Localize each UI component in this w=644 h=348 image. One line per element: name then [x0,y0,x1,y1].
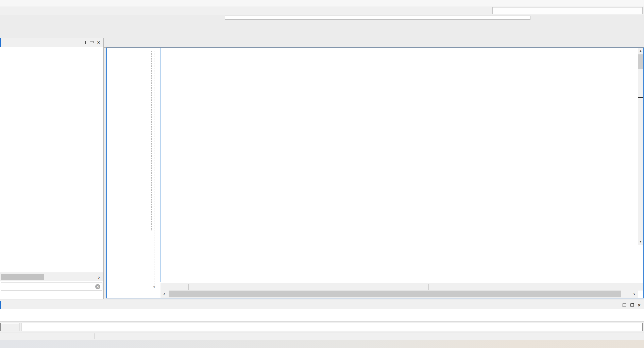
windows-taskbar [0,340,644,348]
divider [438,284,438,290]
navigation-band[interactable] [0,20,644,27]
output-window: × [0,300,644,340]
panel-accent-bar [0,38,1,47]
divider [58,333,58,339]
application-statusbar [0,332,644,341]
scroll-down-icon[interactable]: ▼ [638,239,643,245]
menu-bar [0,0,644,7]
margin-divider [160,48,161,282]
float-icon[interactable] [90,41,93,44]
disassembly-listing[interactable]: ▼ ‹ › ▲ ▼ [106,48,644,298]
float-icon[interactable] [630,303,634,307]
scrollbar-thumb[interactable] [638,54,643,69]
view-tab-bar [104,38,644,48]
jump-arrow-line [154,51,154,285]
toolbar-dock-slot [225,16,530,20]
jump-arrow-head-icon: ▼ [153,285,156,289]
divider [30,333,30,339]
scroll-right-icon[interactable]: › [630,290,638,298]
output-log[interactable] [0,309,644,322]
function-filter-input[interactable] [3,283,92,291]
functions-window: × › ✕ [0,38,104,299]
function-filter-box: ✕ [1,282,102,291]
listing-horizontal-scrollbar[interactable]: ‹ › [160,290,638,298]
scrollbar-thumb[interactable] [1,274,44,280]
minimize-icon[interactable] [623,303,626,307]
toolbar-empty-slot [492,7,643,14]
python-interpreter-button[interactable] [0,323,19,331]
listing-vertical-scrollbar[interactable]: ▲ ▼ [638,48,643,245]
toolbar [0,6,644,15]
scrollbar-thumb[interactable] [169,291,621,297]
panel-accent-bar [0,301,1,309]
listing-status-strip [160,283,643,291]
jump-arrow-line [151,51,152,230]
functions-window-titlebar[interactable]: × [0,38,103,47]
close-icon[interactable]: × [97,41,100,44]
command-row [0,323,644,332]
close-icon[interactable]: × [638,303,641,307]
scroll-left-icon[interactable]: ‹ [160,290,168,298]
divider [188,284,189,290]
python-command-input[interactable] [21,323,643,331]
output-window-titlebar[interactable]: × [0,301,644,309]
clear-filter-icon[interactable]: ✕ [95,284,100,289]
scrollbar-marker [638,97,643,98]
divider [428,284,429,290]
ida-pro-window: × › ✕ ▼ ‹ › [0,0,644,348]
scroll-right-icon[interactable]: › [95,274,103,280]
color-legend [0,30,644,37]
functions-horizontal-scrollbar[interactable]: › [0,273,103,281]
minimize-icon[interactable] [82,41,86,44]
divider [95,333,95,339]
scroll-up-icon[interactable]: ▲ [638,48,643,54]
disassembly-lines[interactable] [161,50,641,282]
divider [0,47,103,47]
